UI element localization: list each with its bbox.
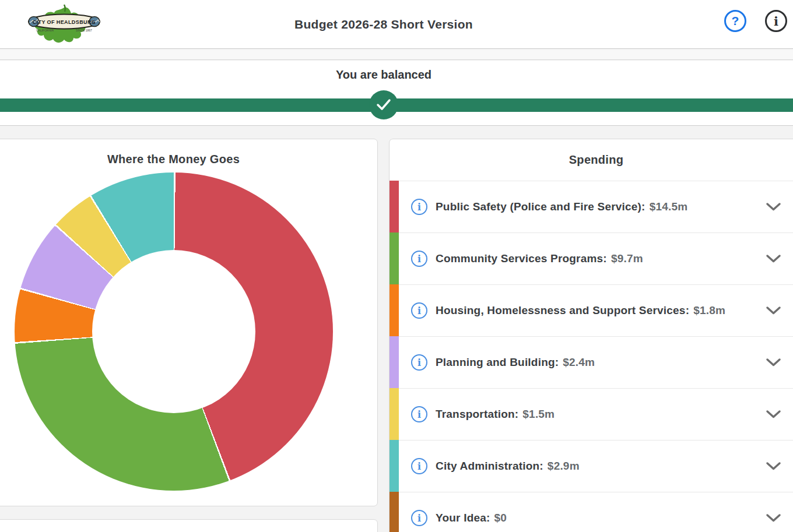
spending-row-your-idea[interactable]: i Your Idea: $0 xyxy=(390,492,793,532)
spending-row-public-safety[interactable]: i Public Safety (Police and Fire Service… xyxy=(390,181,793,232)
category-info-icon[interactable]: i xyxy=(411,302,427,319)
chevron-down-icon[interactable] xyxy=(766,410,781,419)
category-label: Planning and Building: xyxy=(436,356,559,369)
spending-card: Spending i Public Safety (Police and Fir… xyxy=(389,139,793,532)
category-info-icon[interactable]: i xyxy=(411,510,427,526)
category-color-strip xyxy=(390,492,399,532)
category-label: Transportation: xyxy=(436,408,518,421)
category-info-icon[interactable]: i xyxy=(411,406,427,422)
spending-row-housing[interactable]: i Housing, Homelessness and Support Serv… xyxy=(390,284,793,336)
balanced-check-badge xyxy=(369,90,398,119)
budget-status-banner: You are balanced xyxy=(0,61,793,126)
category-color-strip xyxy=(390,232,399,284)
next-section-card-partial xyxy=(0,519,378,532)
spending-row-community-services[interactable]: i Community Services Programs: $9.7m xyxy=(390,232,793,284)
category-amount: $2.9m xyxy=(548,460,580,473)
category-amount: $1.8m xyxy=(693,304,725,317)
chevron-down-icon[interactable] xyxy=(766,202,781,212)
city-of-healdsburg-logo: CITY OF HEALDSBURG CALIFORNIA SINCE 1867 xyxy=(26,4,103,45)
category-label: Public Safety (Police and Fire Service): xyxy=(436,200,645,213)
category-amount: $14.5m xyxy=(650,200,688,213)
app-header: CITY OF HEALDSBURG CALIFORNIA SINCE 1867… xyxy=(0,0,793,49)
category-amount: $0 xyxy=(494,512,507,524)
logo-sub-left: CALIFORNIA xyxy=(36,29,54,32)
chart-title: Where the Money Goes xyxy=(0,139,377,166)
page-title: Budget 2026-28 Short Version xyxy=(294,17,473,31)
budget-app-page: CITY OF HEALDSBURG CALIFORNIA SINCE 1867… xyxy=(0,0,793,532)
balance-status-text: You are balanced xyxy=(336,68,431,82)
category-amount: $1.5m xyxy=(522,408,555,421)
category-color-strip xyxy=(390,388,399,440)
category-amount: $2.4m xyxy=(563,356,595,369)
category-color-strip xyxy=(390,440,399,492)
spending-panel-title: Spending xyxy=(390,139,793,181)
category-label: Your Idea: xyxy=(436,512,490,524)
logo-banner-text: CITY OF HEALDSBURG xyxy=(33,19,96,25)
category-info-icon[interactable]: i xyxy=(411,251,427,267)
chevron-down-icon[interactable] xyxy=(766,358,781,367)
category-label: Community Services Programs: xyxy=(436,252,607,265)
question-mark-icon: ? xyxy=(732,14,739,28)
category-info-icon[interactable]: i xyxy=(411,354,427,371)
spending-row-planning-building[interactable]: i Planning and Building: $2.4m xyxy=(390,336,793,388)
category-info-icon[interactable]: i xyxy=(411,458,427,474)
where-money-goes-card: Where the Money Goes xyxy=(0,139,378,506)
category-info-icon[interactable]: i xyxy=(411,199,427,215)
chevron-down-icon[interactable] xyxy=(766,461,781,471)
info-button[interactable]: i xyxy=(765,10,787,32)
info-icon: i xyxy=(774,14,778,29)
spending-row-city-administration[interactable]: i City Administration: $2.9m xyxy=(390,440,793,492)
chevron-down-icon[interactable] xyxy=(766,513,781,523)
sub-header-strip xyxy=(0,50,793,60)
donut-hole xyxy=(92,250,255,413)
chevron-down-icon[interactable] xyxy=(766,306,781,315)
chevron-down-icon[interactable] xyxy=(766,254,781,263)
category-label: City Administration: xyxy=(436,460,543,473)
category-amount: $9.7m xyxy=(611,252,643,265)
category-color-strip xyxy=(390,284,399,336)
spending-row-transportation[interactable]: i Transportation: $1.5m xyxy=(390,388,793,440)
category-label: Housing, Homelessness and Support Servic… xyxy=(436,304,689,317)
checkmark-icon xyxy=(376,98,391,111)
logo-sub-right: SINCE 1867 xyxy=(76,29,92,32)
category-color-strip xyxy=(390,336,399,388)
category-color-strip xyxy=(390,181,399,232)
spending-donut-chart[interactable] xyxy=(15,172,333,491)
help-button[interactable]: ? xyxy=(724,10,746,32)
